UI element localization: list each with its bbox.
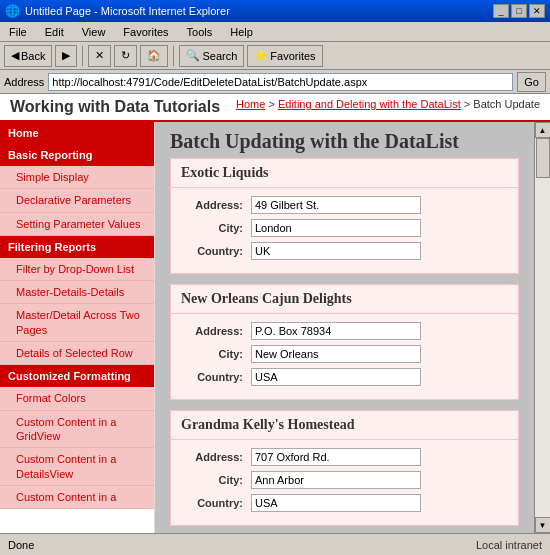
main-content-area: Batch Updating with the DataList Exotic … bbox=[155, 122, 534, 533]
city-input-2[interactable] bbox=[251, 471, 421, 489]
address-bar: Address Go bbox=[0, 70, 550, 94]
stop-button[interactable]: ✕ bbox=[88, 45, 111, 67]
sidebar-item-custom-content-gridview[interactable]: Custom Content in a GridView bbox=[0, 411, 154, 449]
supplier-name-1: New Orleans Cajun Delights bbox=[171, 285, 518, 314]
supplier-fields-2: Address: City: Country: bbox=[171, 440, 518, 525]
field-row-address-0: Address: bbox=[181, 196, 508, 214]
city-input-1[interactable] bbox=[251, 345, 421, 363]
supplier-name-0: Exotic Liquids bbox=[171, 159, 518, 188]
go-button[interactable]: Go bbox=[517, 72, 546, 92]
address-input-2[interactable] bbox=[251, 448, 421, 466]
field-row-city-0: City: bbox=[181, 219, 508, 237]
home-button[interactable]: 🏠 bbox=[140, 45, 168, 67]
sidebar-item-master-details[interactable]: Master-Details-Details bbox=[0, 281, 154, 304]
menu-tools[interactable]: Tools bbox=[183, 25, 217, 39]
field-row-city-1: City: bbox=[181, 345, 508, 363]
browser-window: 🌐 Untitled Page - Microsoft Internet Exp… bbox=[0, 0, 550, 555]
supplier-fields-1: Address: City: Country: bbox=[171, 314, 518, 399]
refresh-button[interactable]: ↻ bbox=[114, 45, 137, 67]
breadcrumb-current: Batch Update bbox=[473, 98, 540, 110]
menu-favorites[interactable]: Favorites bbox=[119, 25, 172, 39]
page-title: Batch Updating with the DataList bbox=[170, 130, 519, 153]
menu-edit[interactable]: Edit bbox=[41, 25, 68, 39]
sidebar-item-filter-dropdown[interactable]: Filter by Drop-Down List bbox=[0, 258, 154, 281]
country-input-1[interactable] bbox=[251, 368, 421, 386]
search-button[interactable]: 🔍 Search bbox=[179, 45, 244, 67]
field-row-address-1: Address: bbox=[181, 322, 508, 340]
scroll-up-button[interactable]: ▲ bbox=[535, 122, 551, 138]
breadcrumb-home[interactable]: Home bbox=[236, 98, 265, 110]
sidebar-section-customized-formatting[interactable]: Customized Formatting bbox=[0, 365, 154, 387]
sidebar-section-filtering-reports[interactable]: Filtering Reports bbox=[0, 236, 154, 258]
city-label-0: City: bbox=[181, 222, 251, 234]
supplier-block-2: Grandma Kelly's Homestead Address: City:… bbox=[170, 410, 519, 526]
site-title: Working with Data Tutorials bbox=[10, 98, 220, 116]
status-bar: Done Local intranet bbox=[0, 533, 550, 555]
field-row-city-2: City: bbox=[181, 471, 508, 489]
page-header: Working with Data Tutorials Home > Editi… bbox=[0, 94, 550, 122]
country-input-2[interactable] bbox=[251, 494, 421, 512]
back-button[interactable]: ◀ Back bbox=[4, 45, 52, 67]
field-row-country-1: Country: bbox=[181, 368, 508, 386]
sidebar: Home Basic Reporting Simple Display Decl… bbox=[0, 122, 155, 533]
city-label-1: City: bbox=[181, 348, 251, 360]
field-row-address-2: Address: bbox=[181, 448, 508, 466]
scroll-down-button[interactable]: ▼ bbox=[535, 517, 551, 533]
country-input-0[interactable] bbox=[251, 242, 421, 260]
menu-view[interactable]: View bbox=[78, 25, 110, 39]
title-bar-left: 🌐 Untitled Page - Microsoft Internet Exp… bbox=[5, 4, 230, 18]
scroll-track[interactable] bbox=[535, 138, 550, 517]
address-label-0: Address: bbox=[181, 199, 251, 211]
favorites-button[interactable]: ⭐ Favorites bbox=[247, 45, 322, 67]
window-controls[interactable]: _ □ ✕ bbox=[493, 4, 545, 18]
menu-file[interactable]: File bbox=[5, 25, 31, 39]
sidebar-section-home[interactable]: Home bbox=[0, 122, 154, 144]
sidebar-item-master-detail-two-pages[interactable]: Master/Detail Across Two Pages bbox=[0, 304, 154, 342]
field-row-country-0: Country: bbox=[181, 242, 508, 260]
address-label: Address bbox=[4, 76, 44, 88]
browser-content: Working with Data Tutorials Home > Editi… bbox=[0, 94, 550, 533]
close-button[interactable]: ✕ bbox=[529, 4, 545, 18]
sidebar-item-simple-display[interactable]: Simple Display bbox=[0, 166, 154, 189]
status-text: Done bbox=[8, 539, 34, 551]
country-label-2: Country: bbox=[181, 497, 251, 509]
title-bar: 🌐 Untitled Page - Microsoft Internet Exp… bbox=[0, 0, 550, 22]
menu-bar: File Edit View Favorites Tools Help bbox=[0, 22, 550, 42]
country-label-1: Country: bbox=[181, 371, 251, 383]
menu-help[interactable]: Help bbox=[226, 25, 257, 39]
address-label-2: Address: bbox=[181, 451, 251, 463]
address-label-1: Address: bbox=[181, 325, 251, 337]
field-row-country-2: Country: bbox=[181, 494, 508, 512]
address-input[interactable] bbox=[48, 73, 513, 91]
page-main-header: Batch Updating with the DataList bbox=[155, 122, 534, 158]
supplier-name-2: Grandma Kelly's Homestead bbox=[171, 411, 518, 440]
forward-button[interactable]: ▶ bbox=[55, 45, 77, 67]
sidebar-item-declarative-parameters[interactable]: Declarative Parameters bbox=[0, 189, 154, 212]
scroll-thumb[interactable] bbox=[536, 138, 550, 178]
page-content: Home Basic Reporting Simple Display Decl… bbox=[0, 122, 550, 533]
status-zone: Local intranet bbox=[476, 539, 542, 551]
city-input-0[interactable] bbox=[251, 219, 421, 237]
sidebar-item-custom-content-detailsview[interactable]: Custom Content in a DetailsView bbox=[0, 448, 154, 486]
scrollbar[interactable]: ▲ ▼ bbox=[534, 122, 550, 533]
city-label-2: City: bbox=[181, 474, 251, 486]
breadcrumb: Home > Editing and Deleting with the Dat… bbox=[236, 98, 540, 110]
country-label-0: Country: bbox=[181, 245, 251, 257]
address-input-1[interactable] bbox=[251, 322, 421, 340]
toolbar-separator-2 bbox=[173, 46, 174, 66]
sidebar-item-details-selected-row[interactable]: Details of Selected Row bbox=[0, 342, 154, 365]
supplier-fields-0: Address: City: Country: bbox=[171, 188, 518, 273]
address-input-0[interactable] bbox=[251, 196, 421, 214]
toolbar: ◀ Back ▶ ✕ ↻ 🏠 🔍 Search ⭐ Favorites bbox=[0, 42, 550, 70]
sidebar-item-setting-parameter-values[interactable]: Setting Parameter Values bbox=[0, 213, 154, 236]
window-title: Untitled Page - Microsoft Internet Explo… bbox=[25, 5, 230, 17]
sidebar-item-format-colors[interactable]: Format Colors bbox=[0, 387, 154, 410]
browser-icon: 🌐 bbox=[5, 4, 20, 18]
sidebar-section-basic-reporting[interactable]: Basic Reporting bbox=[0, 144, 154, 166]
supplier-block-0: Exotic Liquids Address: City: Country: bbox=[170, 158, 519, 274]
maximize-button[interactable]: □ bbox=[511, 4, 527, 18]
sidebar-item-custom-content-other[interactable]: Custom Content in a bbox=[0, 486, 154, 509]
breadcrumb-link[interactable]: Editing and Deleting with the DataList bbox=[278, 98, 461, 110]
supplier-block-1: New Orleans Cajun Delights Address: City… bbox=[170, 284, 519, 400]
minimize-button[interactable]: _ bbox=[493, 4, 509, 18]
